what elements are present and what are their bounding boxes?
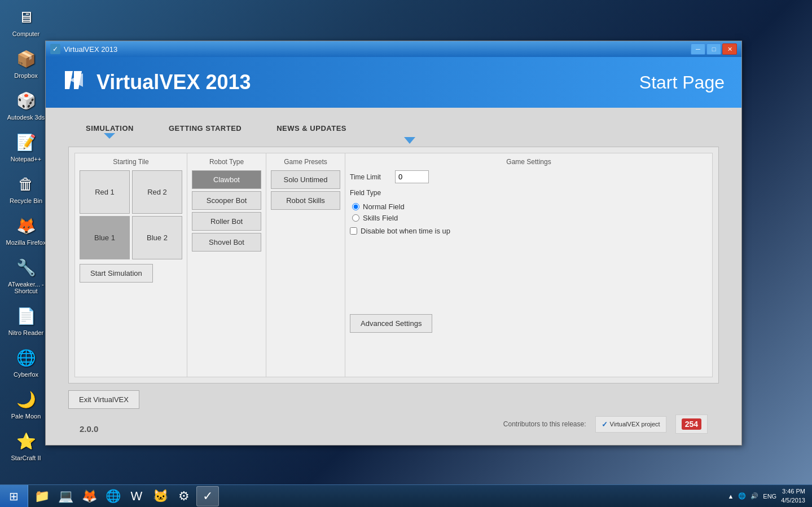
- taskbar-app-browser[interactable]: 🌐: [102, 486, 124, 506]
- taskbar-apps: 📁 💻 🦊 🌐 W 🐱 ⚙ ✓: [30, 486, 727, 506]
- desktop-icon-nitro[interactable]: 📄 Nitro Reader: [6, 305, 46, 336]
- taskbar-tray: ▲ 🌐 🔊 ENG 3:46 PM 4/5/2013: [727, 487, 812, 505]
- starcraft-label: StarCraft II: [11, 455, 41, 461]
- page-title: Start Page: [639, 72, 725, 93]
- tab-active-indicator: [404, 137, 415, 144]
- taskbar-app-files[interactable]: 📁: [30, 486, 53, 506]
- radio-skills-field-label: Skills Field: [363, 214, 398, 222]
- contributors-text: Contributors to this release:: [503, 420, 586, 428]
- field-type-radio-group: Normal Field Skills Field: [350, 202, 708, 222]
- palemoon-icon: 🌙: [15, 388, 37, 411]
- version-text: 2.0.0: [80, 424, 98, 434]
- computer-icon: 🖥: [15, 6, 37, 28]
- tray-lang: ENG: [763, 493, 776, 500]
- field-type-row: Field Type: [350, 189, 708, 197]
- robot-type-section: Robot Type Clawbot Scooper Bot Roller Bo…: [187, 153, 266, 377]
- tab-getting-started[interactable]: GETTING STARTED: [151, 119, 259, 138]
- desktop-icon-firefox[interactable]: 🦊 Mozilla Firefox: [6, 214, 46, 246]
- taskbar-app-cat[interactable]: 🐱: [149, 486, 172, 506]
- tab-simulation[interactable]: SIMULATION: [68, 119, 151, 138]
- virtualvex-logo-text: ✓: [602, 420, 608, 429]
- window-controls: ─ □ ✕: [691, 43, 737, 55]
- cyberfox-label: Cyberfox: [14, 371, 38, 378]
- tile-red1[interactable]: Red 1: [80, 170, 130, 214]
- time-limit-row: Time Limit: [350, 170, 708, 183]
- tray-expand[interactable]: ▲: [727, 493, 734, 500]
- maximize-button[interactable]: □: [706, 43, 721, 55]
- tile-grid: Red 1 Red 2 Blue 1 Blue 2: [80, 170, 182, 259]
- robot-rollerbot[interactable]: Roller Bot: [192, 212, 261, 231]
- preset-robot-skills[interactable]: Robot Skills: [271, 191, 340, 210]
- radio-normal-field-input[interactable]: [352, 203, 359, 210]
- minimize-button[interactable]: ─: [691, 43, 705, 55]
- taskbar-date: 4/5/2013: [781, 496, 805, 505]
- desktop-icon-cyberfox[interactable]: 🌐 Cyberfox: [6, 346, 46, 378]
- game-presets-title: Game Presets: [271, 158, 340, 166]
- tile-blue2[interactable]: Blue 2: [132, 216, 182, 259]
- robot-type-title: Robot Type: [192, 158, 261, 166]
- taskbar-app-unity[interactable]: ⚙: [173, 486, 195, 506]
- desktop-icon-starcraft[interactable]: ⭐ StarCraft II: [6, 430, 46, 461]
- app-name: VirtualVEX 2013: [96, 70, 251, 94]
- atweaker-icon: 🔧: [15, 256, 37, 279]
- desktop-icon-recycle[interactable]: 🗑 Recycle Bin: [6, 173, 46, 204]
- tab-news-updates[interactable]: NEWS & UPDATES: [259, 119, 364, 138]
- taskbar-app-cmd[interactable]: 💻: [54, 486, 77, 506]
- field-type-label: Field Type: [350, 189, 389, 197]
- disable-bot-row: Disable bot when time is up: [350, 227, 708, 235]
- firefox-label: Mozilla Firefox: [6, 239, 46, 246]
- dropbox-label: Dropbox: [14, 72, 38, 79]
- preset-solo-untimed[interactable]: Solo Untimed: [271, 170, 340, 189]
- start-simulation-button[interactable]: Start Simulation: [80, 264, 153, 283]
- atweaker-label: ATweaker... - Shortcut: [6, 281, 46, 294]
- time-limit-input[interactable]: [395, 170, 429, 183]
- desktop-icons-area: 🖥 Computer 📦 Dropbox 🎲 Autodesk 3ds 📝 No…: [6, 6, 46, 461]
- radio-skills-field: Skills Field: [352, 214, 708, 222]
- taskbar: ⊞ 📁 💻 🦊 🌐 W 🐱 ⚙ ✓ ▲ 🌐 🔊 ENG 3:46 PM 4/5/…: [0, 484, 812, 507]
- disable-bot-checkbox[interactable]: [350, 227, 357, 235]
- autodesk-label: Autodesk 3ds: [7, 114, 45, 121]
- app-name-part2: VEX 2013: [159, 70, 251, 94]
- taskbar-app-word[interactable]: W: [125, 486, 148, 506]
- team-number-badge: 254: [682, 418, 701, 430]
- desktop-icon-atweaker[interactable]: 🔧 ATweaker... - Shortcut: [6, 256, 46, 294]
- starcraft-icon: ⭐: [15, 430, 37, 452]
- tile-red2[interactable]: Red 2: [132, 170, 182, 214]
- start-button[interactable]: ⊞: [0, 485, 28, 508]
- radio-skills-field-input[interactable]: [352, 214, 359, 222]
- game-settings-section: Game Settings Time Limit Field Type Norm…: [345, 153, 713, 377]
- starting-tile-title: Starting Tile: [80, 158, 182, 166]
- app-content: SIMULATION GETTING STARTED NEWS & UPDATE…: [46, 108, 741, 445]
- robot-clawbot[interactable]: Clawbot: [192, 170, 261, 189]
- dropbox-icon: 📦: [15, 47, 37, 70]
- time-limit-label: Time Limit: [350, 173, 389, 181]
- simulation-panel: Starting Tile Red 1 Red 2 Blue 1 Blue 2: [68, 147, 719, 383]
- radio-normal-field: Normal Field: [352, 202, 708, 211]
- taskbar-app-firefox[interactable]: 🦊: [78, 486, 100, 506]
- advanced-settings-button[interactable]: Advanced Settings: [350, 314, 432, 333]
- game-presets-section: Game Presets Solo Untimed Robot Skills: [266, 153, 345, 377]
- game-settings-title: Game Settings: [350, 158, 708, 166]
- team254-logo-badge: 254: [675, 415, 708, 434]
- tray-volume[interactable]: 🔊: [750, 492, 758, 500]
- firefox-icon: 🦊: [15, 214, 37, 237]
- disable-bot-label: Disable bot when time is up: [361, 227, 450, 235]
- robot-shovelbot[interactable]: Shovel Bot: [192, 233, 261, 252]
- robot-scooperbot[interactable]: Scooper Bot: [192, 191, 261, 210]
- footer-logos: Contributors to this release: ✓ VirtualV…: [503, 415, 708, 434]
- window-title: VirtualVEX 2013: [64, 45, 117, 54]
- palemoon-label: Pale Moon: [11, 413, 41, 420]
- desktop-icon-autodesk[interactable]: 🎲 Autodesk 3ds: [6, 89, 46, 121]
- desktop-icon-dropbox[interactable]: 📦 Dropbox: [6, 47, 46, 79]
- desktop-icon-computer[interactable]: 🖥 Computer: [6, 6, 46, 37]
- start-icon: ⊞: [9, 490, 19, 503]
- tile-blue1[interactable]: Blue 1: [80, 216, 130, 259]
- desktop-icon-notepad[interactable]: 📝 Notepad++: [6, 131, 46, 162]
- nitro-icon: 📄: [15, 305, 37, 327]
- taskbar-app-virtualvex[interactable]: ✓: [196, 486, 219, 506]
- close-button[interactable]: ✕: [722, 43, 737, 55]
- desktop-icon-palemoon[interactable]: 🌙 Pale Moon: [6, 388, 46, 420]
- radio-normal-field-label: Normal Field: [363, 202, 405, 211]
- exit-button[interactable]: Exit VirtualVEX: [68, 390, 139, 409]
- recycle-label: Recycle Bin: [10, 197, 42, 204]
